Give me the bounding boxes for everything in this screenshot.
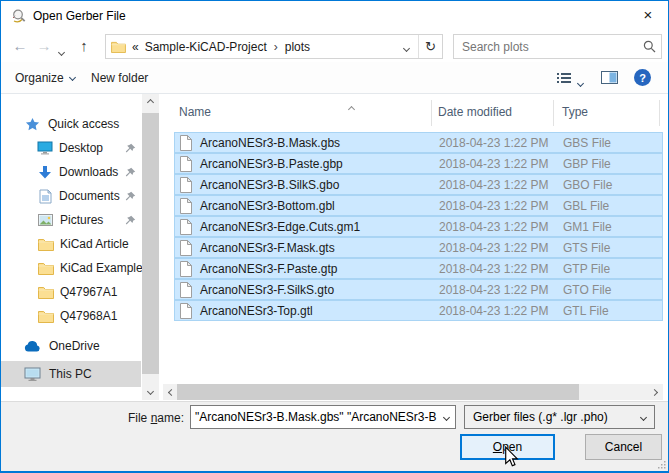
cancel-button[interactable]: Cancel (585, 434, 662, 460)
onedrive-cloud-icon (24, 341, 41, 352)
file-date: 2018-04-23 1:22 PM (439, 241, 548, 255)
details-view-icon[interactable] (557, 72, 571, 84)
up-button[interactable]: ↑ (73, 34, 95, 58)
folder-icon (38, 262, 54, 275)
file-name-combobox[interactable] (190, 405, 456, 429)
new-folder-button[interactable]: New folder (91, 62, 148, 93)
file-list-horizontal-scrollbar[interactable] (163, 384, 663, 400)
file-type: GBP File (563, 157, 611, 171)
sidebar-item-label: Documents (59, 189, 120, 203)
column-divider[interactable] (553, 100, 554, 126)
forward-button[interactable]: → (33, 34, 55, 58)
horizontal-scrollbar-thumb[interactable] (177, 384, 579, 400)
scroll-up-icon[interactable] (142, 94, 159, 111)
pin-icon (125, 143, 136, 154)
file-icon (179, 261, 192, 277)
column-divider[interactable] (659, 100, 660, 126)
pin-icon (125, 167, 136, 178)
file-name-input[interactable] (191, 410, 437, 424)
column-header-date-modified[interactable]: Date modified (438, 105, 512, 119)
address-dropdown-chevron-icon[interactable] (404, 40, 409, 54)
file-name: ArcanoNESr3-Bottom.gbl (200, 199, 335, 213)
sidebar-item-desktop[interactable]: Desktop (1, 137, 141, 159)
sidebar-item-q47968a1[interactable]: Q47968A1 (1, 305, 141, 327)
sidebar-item-documents[interactable]: Documents (1, 185, 141, 207)
column-divider[interactable] (431, 100, 432, 126)
table-row[interactable]: ArcanoNESr3-F.SilkS.gto 2018-04-23 1:22 … (174, 279, 663, 300)
table-row[interactable]: ArcanoNESr3-Edge.Cuts.gm1 2018-04-23 1:2… (174, 216, 663, 237)
chevron-down-icon[interactable] (437, 415, 455, 420)
folder-icon (38, 286, 54, 299)
pictures-icon (38, 214, 53, 226)
sidebar-item-label: Pictures (60, 213, 103, 227)
window-title: Open Gerber File (33, 1, 126, 31)
table-row[interactable]: ArcanoNESr3-Bottom.gbl 2018-04-23 1:22 P… (174, 195, 663, 216)
pin-icon (125, 191, 136, 202)
resize-grip[interactable] (657, 460, 666, 469)
title-bar[interactable]: Open Gerber File × (1, 1, 668, 31)
file-type-dropdown[interactable]: Gerber files (.g* .lgr .pho) (464, 405, 655, 429)
open-button[interactable]: Open (460, 434, 555, 460)
sidebar-item-q47967a1[interactable]: Q47967A1 (1, 281, 141, 303)
organize-menu-button[interactable]: Organize (15, 62, 75, 93)
preview-pane-icon[interactable] (601, 71, 618, 84)
sidebar-item-kicad-example[interactable]: KiCad Example (1, 257, 141, 279)
file-name: ArcanoNESr3-F.Mask.gts (200, 241, 335, 255)
quick-access-star-icon (25, 117, 40, 132)
file-name: ArcanoNESr3-Top.gtl (200, 304, 313, 318)
breadcrumb-segment-project[interactable]: Sample-KiCAD-Project (145, 40, 267, 54)
sidebar-scrollbar-thumb[interactable] (142, 113, 159, 374)
file-name-label: File name: (99, 411, 184, 425)
table-row[interactable]: ArcanoNESr3-Top.gtl 2018-04-23 1:22 PM G… (174, 300, 663, 321)
back-button[interactable]: ← (9, 34, 31, 58)
chevron-down-icon (632, 415, 654, 420)
file-name: ArcanoNESr3-B.SilkS.gbo (200, 178, 339, 192)
breadcrumb-segment-plots[interactable]: plots (285, 40, 310, 54)
table-row[interactable]: ArcanoNESr3-F.Paste.gtp 2018-04-23 1:22 … (174, 258, 663, 279)
file-icon (179, 198, 192, 214)
sidebar-item-label: Q47968A1 (60, 309, 117, 323)
sidebar-item-label: KiCad Article (60, 237, 129, 251)
sidebar-item-downloads[interactable]: Downloads (1, 161, 141, 183)
column-header-type[interactable]: Type (562, 105, 588, 119)
recent-locations-chevron-icon[interactable] (59, 44, 64, 58)
sidebar-item-quick-access[interactable]: Quick access (1, 113, 141, 135)
pin-icon (125, 215, 136, 226)
sidebar-scrollbar[interactable] (142, 94, 159, 400)
file-icon (179, 303, 192, 319)
folder-icon (111, 41, 126, 53)
sidebar-item-label: Quick access (48, 117, 119, 131)
view-dropdown-chevron-icon[interactable] (578, 75, 583, 89)
search-icon[interactable] (637, 40, 661, 53)
search-box[interactable] (453, 34, 662, 59)
sidebar-item-pictures[interactable]: Pictures (1, 209, 141, 231)
breadcrumb-overflow[interactable]: « (132, 40, 139, 54)
close-button[interactable]: × (628, 1, 668, 31)
address-bar[interactable]: « Sample-KiCAD-Project › plots ↻ (105, 34, 443, 59)
table-row[interactable]: ArcanoNESr3-B.SilkS.gbo 2018-04-23 1:22 … (174, 174, 663, 195)
chevron-down-icon (70, 69, 75, 83)
sidebar-item-onedrive[interactable]: OneDrive (1, 335, 141, 357)
file-name: ArcanoNESr3-B.Paste.gbp (200, 157, 343, 171)
documents-icon (39, 189, 52, 204)
file-icon (179, 282, 192, 298)
search-input[interactable] (454, 40, 637, 54)
table-row[interactable]: ArcanoNESr3-B.Paste.gbp 2018-04-23 1:22 … (174, 153, 663, 174)
file-date: 2018-04-23 1:22 PM (439, 262, 548, 276)
downloads-icon (38, 165, 52, 179)
help-icon[interactable]: ? (634, 69, 651, 86)
refresh-icon[interactable]: ↻ (419, 39, 442, 54)
sidebar-item-this-pc[interactable]: This PC (1, 361, 141, 387)
file-icon (179, 240, 192, 256)
sidebar-item-kicad-article[interactable]: KiCad Article (1, 233, 141, 255)
breadcrumb-separator: › (274, 40, 278, 54)
sidebar-item-label: Q47967A1 (60, 285, 117, 299)
table-row[interactable]: ArcanoNESr3-B.Mask.gbs 2018-04-23 1:22 P… (174, 132, 663, 153)
column-header-name[interactable]: Name (179, 105, 211, 119)
scroll-down-icon[interactable] (142, 383, 159, 400)
scroll-right-icon[interactable] (646, 384, 663, 400)
gerbview-app-icon (11, 8, 27, 24)
table-row[interactable]: ArcanoNESr3-F.Mask.gts 2018-04-23 1:22 P… (174, 237, 663, 258)
file-date: 2018-04-23 1:22 PM (439, 304, 548, 318)
sidebar-item-label: KiCad Example (60, 261, 143, 275)
